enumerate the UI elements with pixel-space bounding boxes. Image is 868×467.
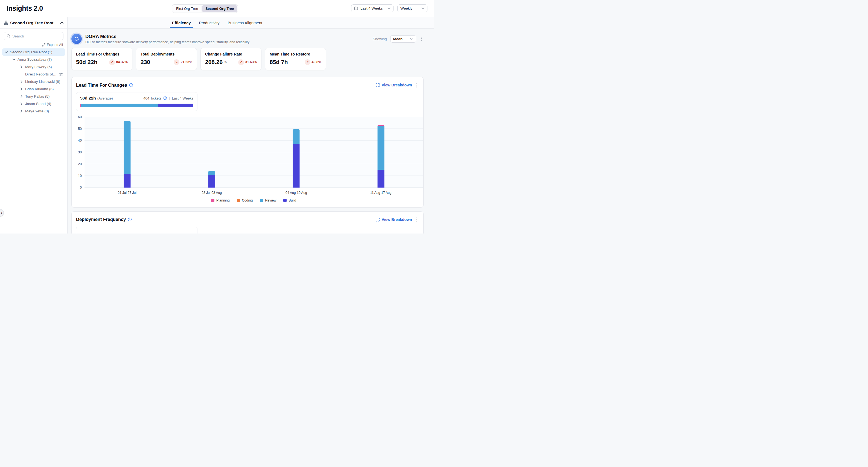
- info-icon[interactable]: [163, 96, 167, 100]
- dora-metric-cards: Lead Time For Changes50d 22h↗84.37%Total…: [71, 48, 424, 70]
- expand-arrows-icon: [42, 43, 45, 46]
- tree-item-label: Direct Reports of A...: [25, 72, 57, 76]
- chevron-down-icon: [422, 7, 425, 9]
- legend-item-coding[interactable]: Coding: [237, 198, 253, 202]
- tree-item-direct-reports-of-a[interactable]: Direct Reports of A...: [2, 70, 65, 78]
- chevron-right-icon[interactable]: [20, 95, 23, 98]
- legend-swatch: [237, 199, 240, 202]
- expand-corners-icon: [376, 83, 379, 87]
- info-icon[interactable]: [129, 83, 133, 87]
- legend-label: Planning: [216, 198, 230, 202]
- lead-time-average-box: 50d 22h (Average) 404 Tickets: [76, 92, 197, 111]
- dora-cycle-icon: [71, 34, 82, 44]
- bar-segment-build: [377, 170, 384, 187]
- bar-segment-review: [293, 129, 300, 144]
- stacked-bar-11-aug-17-aug[interactable]: [377, 125, 384, 188]
- metric-card-lead-time-for-changes: Lead Time For Changes50d 22h↗84.37%: [71, 48, 132, 70]
- tree-item-mary-lowery-6[interactable]: Mary Lowery (6): [2, 63, 65, 70]
- chevron-right-icon[interactable]: [20, 110, 23, 113]
- chevron-right-icon[interactable]: [20, 88, 23, 91]
- metric-value: 230: [141, 59, 150, 65]
- chevron-right-icon[interactable]: [20, 65, 23, 68]
- stacked-bar-21-jul-27-jul[interactable]: [124, 121, 130, 188]
- org-toggle-first-org-tree[interactable]: First Org Tree: [173, 5, 202, 12]
- tree-item-label: Tony Pallas (5): [25, 94, 50, 98]
- period-label: Last 4 Weeks: [172, 96, 193, 100]
- tree-item-label: Jason Stead (4): [25, 102, 51, 106]
- bar-segment-review: [377, 126, 384, 170]
- legend-item-build[interactable]: Build: [283, 198, 296, 202]
- info-icon[interactable]: [128, 217, 132, 221]
- metric-card-change-failure-rate: Change Failure Rate208.26%↗31.63%: [200, 48, 261, 70]
- trend-percent: 31.63%: [245, 60, 257, 64]
- deployment-view-breakdown[interactable]: View Breakdown: [376, 217, 412, 222]
- date-range-dropdown[interactable]: Last 4 Weeks: [351, 4, 394, 12]
- chevron-right-icon[interactable]: [20, 102, 23, 105]
- lead-time-kebab-menu[interactable]: [415, 82, 419, 89]
- sidebar-search[interactable]: [4, 32, 63, 40]
- top-header: Insights 2.0 First Org TreeSecond Org Tr…: [0, 0, 434, 17]
- tree-item-label: Mary Lowery (6): [25, 65, 52, 69]
- y-axis-label: 10: [78, 174, 82, 178]
- chevron-down-icon[interactable]: [12, 59, 16, 60]
- y-axis-label: 40: [78, 138, 82, 143]
- tree-item-maya-yette-3[interactable]: Maya Yette (3): [2, 107, 65, 115]
- lead-time-card: Lead Time For Changes: [71, 77, 424, 208]
- legend-item-review[interactable]: Review: [260, 198, 276, 202]
- expand-all-button[interactable]: Expand All: [4, 43, 63, 47]
- sidebar-collapse-handle[interactable]: ‹: [0, 209, 4, 217]
- bar-segment-review: [124, 121, 130, 174]
- granularity-value: Weekly: [400, 6, 419, 10]
- bar-segment-build: [208, 175, 215, 187]
- dora-kebab-menu[interactable]: [420, 35, 424, 42]
- tree-item-jason-stead-4[interactable]: Jason Stead (4): [2, 100, 65, 107]
- chevron-left-icon: ‹: [1, 211, 2, 215]
- legend-label: Review: [265, 198, 276, 202]
- tree-item-lindsay-liszewski-8[interactable]: Lindsay Liszewski (8): [2, 78, 65, 85]
- tree-item-anna-scozzafava-7[interactable]: Anna Scozzafava (7): [2, 56, 65, 63]
- stacked-bar-04-aug-10-aug[interactable]: [293, 129, 300, 187]
- org-tree-toggle: First Org TreeSecond Org Tree: [172, 4, 238, 13]
- lead-time-chart: 0102030405060 21 Jul-27 Jul28 Jul-03 Aug…: [72, 111, 423, 207]
- metric-value: 85d 7h: [270, 59, 288, 65]
- metric-title: Lead Time For Changes: [76, 52, 128, 56]
- org-toggle-second-org-tree[interactable]: Second Org Tree: [202, 5, 237, 12]
- search-input[interactable]: [12, 34, 61, 38]
- gridline: [85, 176, 423, 176]
- expand-all-label: Expand All: [47, 43, 63, 47]
- deployment-summary-box: [76, 227, 197, 234]
- org-tree-sidebar: Second Org Tree Root Expand All Second O…: [0, 17, 67, 234]
- metric-title: Total Deployments: [141, 52, 192, 56]
- deployment-kebab-menu[interactable]: [415, 216, 419, 223]
- trend-up-arrow-icon: ↗: [238, 59, 244, 65]
- filters-sliders-icon[interactable]: [59, 72, 63, 76]
- metric-card-mean-time-to-restore: Mean Time To Restore85d 7h↗40.8%: [265, 48, 326, 70]
- trend-percent: 84.37%: [116, 60, 128, 64]
- tab-business-alignment[interactable]: Business Alignment: [227, 18, 263, 28]
- tab-productivity[interactable]: Productivity: [198, 18, 220, 28]
- chevron-down-icon: [388, 7, 391, 9]
- dora-title: DORA Metrics: [85, 34, 250, 39]
- metric-value: 50d 22h: [76, 59, 97, 65]
- phase-summary-bar: [80, 104, 193, 107]
- lead-time-view-breakdown[interactable]: View Breakdown: [376, 83, 412, 87]
- chevron-right-icon[interactable]: [20, 80, 23, 83]
- tab-efficiency[interactable]: Efficiency: [172, 18, 191, 28]
- tree-item-tony-pallas-5[interactable]: Tony Pallas (5): [2, 93, 65, 100]
- chevron-down-icon[interactable]: [4, 51, 8, 53]
- x-axis-label: 11 Aug-17 Aug: [370, 191, 392, 195]
- sidebar-title: Second Org Tree Root: [10, 21, 58, 25]
- y-axis-label: 30: [78, 150, 82, 154]
- expand-corners-icon: [376, 218, 379, 221]
- gridline: [85, 140, 423, 141]
- tree-item-brian-kirkland-6[interactable]: Brian Kirkland (6): [2, 85, 65, 93]
- collapse-chevron-up-icon[interactable]: [60, 22, 63, 24]
- legend-item-planning[interactable]: Planning: [211, 198, 230, 202]
- showing-dropdown[interactable]: Mean: [390, 35, 416, 43]
- granularity-dropdown[interactable]: Weekly: [397, 4, 428, 12]
- stacked-bar-28-jul-03-aug[interactable]: [208, 171, 215, 188]
- metric-value: 208.26: [205, 59, 223, 65]
- tree-item-second-org-tree-root-1[interactable]: Second Org Tree Root (1): [2, 49, 65, 56]
- showing-label: Showing: [373, 37, 387, 41]
- y-axis-label: 0: [80, 186, 82, 189]
